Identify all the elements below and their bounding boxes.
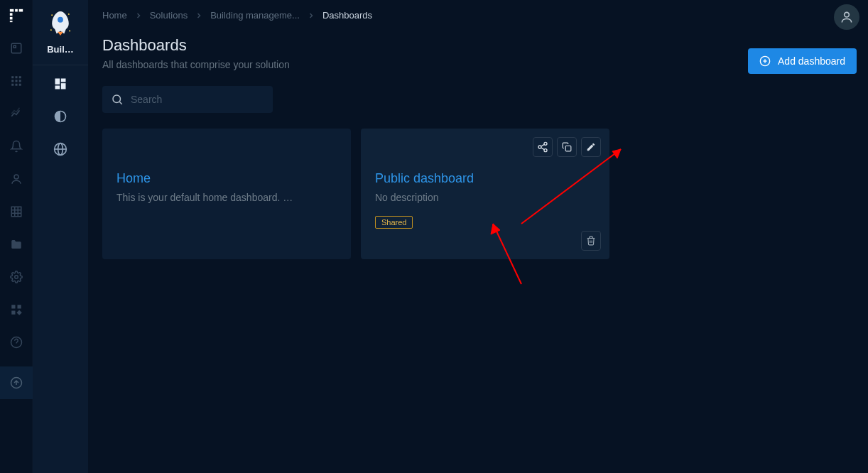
main-content: Home Solutions Building manageme... Dash… xyxy=(88,0,868,473)
breadcrumb-home[interactable]: Home xyxy=(102,10,127,21)
svg-point-23 xyxy=(14,276,18,279)
svg-point-33 xyxy=(68,13,70,15)
chevron-right-icon xyxy=(195,11,203,20)
svg-point-50 xyxy=(538,146,541,148)
breadcrumb-current: Dashboards xyxy=(322,10,372,21)
dashboard-cards: Home This is your default home dashboard… xyxy=(102,129,854,259)
page-subtitle: All dashboards that comprise your soluti… xyxy=(102,59,854,70)
svg-rect-3 xyxy=(9,13,12,16)
svg-rect-10 xyxy=(18,76,21,78)
svg-rect-5 xyxy=(9,21,12,22)
card-title[interactable]: Public dashboard xyxy=(375,171,595,186)
dashboard-card[interactable]: Public dashboard No description Shared xyxy=(361,129,609,259)
rail-enterprise-icon[interactable] xyxy=(8,203,25,220)
chevron-right-icon xyxy=(134,11,143,20)
svg-rect-25 xyxy=(17,305,21,308)
svg-rect-11 xyxy=(11,80,13,82)
svg-rect-9 xyxy=(15,76,17,78)
svg-rect-24 xyxy=(11,305,15,308)
rail-dashboard-icon[interactable] xyxy=(8,40,25,57)
plus-circle-icon xyxy=(759,55,771,67)
rail-upload-icon[interactable] xyxy=(0,366,33,399)
shared-badge: Shared xyxy=(375,216,413,229)
svg-rect-8 xyxy=(11,76,13,78)
svg-rect-38 xyxy=(61,83,66,89)
dashboard-card[interactable]: Home This is your default home dashboard… xyxy=(102,129,351,259)
svg-rect-12 xyxy=(15,80,17,82)
card-actions xyxy=(533,137,601,157)
page-header: Dashboards All dashboards that comprise … xyxy=(102,36,854,70)
svg-point-43 xyxy=(845,12,850,17)
svg-rect-26 xyxy=(11,311,15,315)
svg-rect-27 xyxy=(16,310,21,315)
svg-rect-54 xyxy=(565,146,571,151)
left-rail xyxy=(0,0,33,473)
svg-rect-0 xyxy=(9,9,13,12)
solution-sidebar: Buil… xyxy=(33,0,88,473)
search-field[interactable] xyxy=(102,86,273,113)
share-icon xyxy=(537,141,548,153)
share-button[interactable] xyxy=(533,137,553,157)
user-avatar[interactable] xyxy=(834,4,859,30)
svg-rect-4 xyxy=(9,17,12,20)
svg-rect-14 xyxy=(11,84,13,86)
app-logo-icon[interactable] xyxy=(8,7,25,24)
rail-alerts-icon[interactable] xyxy=(8,138,25,155)
copy-icon xyxy=(562,142,572,152)
chevron-right-icon xyxy=(307,11,315,20)
svg-rect-37 xyxy=(61,79,66,82)
add-dashboard-button[interactable]: Add dashboard xyxy=(748,48,857,74)
rail-widgets-icon[interactable] xyxy=(8,301,25,318)
svg-point-49 xyxy=(544,142,547,145)
svg-rect-39 xyxy=(55,86,60,89)
svg-rect-2 xyxy=(18,9,22,12)
svg-point-51 xyxy=(544,149,547,152)
svg-line-53 xyxy=(541,144,545,146)
card-description: No description xyxy=(375,192,574,203)
svg-point-47 xyxy=(113,95,121,103)
solution-title: Buil… xyxy=(47,44,74,55)
sidebar-item-themes[interactable] xyxy=(52,108,69,125)
svg-point-31 xyxy=(58,17,63,23)
pencil-icon xyxy=(586,142,596,152)
svg-point-32 xyxy=(51,14,53,16)
delete-button[interactable] xyxy=(581,231,601,251)
breadcrumb-solutions[interactable]: Solutions xyxy=(150,10,188,21)
svg-rect-15 xyxy=(15,84,17,86)
breadcrumb: Home Solutions Building manageme... Dash… xyxy=(102,10,854,21)
breadcrumb-building[interactable]: Building manageme... xyxy=(210,10,300,21)
svg-rect-16 xyxy=(18,84,21,86)
trash-icon xyxy=(586,236,596,246)
rail-folder-icon[interactable] xyxy=(8,236,25,253)
svg-rect-7 xyxy=(13,45,16,48)
svg-rect-13 xyxy=(18,80,21,82)
svg-point-34 xyxy=(69,31,70,32)
divider xyxy=(33,65,88,65)
svg-line-52 xyxy=(541,148,545,150)
svg-rect-36 xyxy=(55,79,60,85)
svg-point-35 xyxy=(50,29,52,31)
svg-point-17 xyxy=(14,175,18,179)
card-description: This is your default home dashboard. … xyxy=(116,192,315,203)
rail-apps-icon[interactable] xyxy=(8,72,25,89)
sidebar-item-dashboards[interactable] xyxy=(52,75,69,92)
rail-help-icon[interactable] xyxy=(8,334,25,351)
rail-analytics-icon[interactable] xyxy=(8,105,25,122)
svg-line-48 xyxy=(119,102,121,104)
rail-settings-icon[interactable] xyxy=(8,268,25,286)
copy-button[interactable] xyxy=(557,137,577,157)
search-input[interactable] xyxy=(131,94,264,105)
card-title[interactable]: Home xyxy=(116,171,337,186)
search-icon xyxy=(111,93,124,106)
sidebar-item-public[interactable] xyxy=(52,141,69,158)
svg-rect-18 xyxy=(11,207,21,217)
svg-rect-1 xyxy=(15,9,18,12)
edit-button[interactable] xyxy=(581,137,601,157)
rail-account-icon[interactable] xyxy=(8,170,25,187)
add-dashboard-label: Add dashboard xyxy=(778,55,845,67)
page-title: Dashboards xyxy=(102,36,854,55)
solution-logo-icon[interactable] xyxy=(43,6,78,41)
